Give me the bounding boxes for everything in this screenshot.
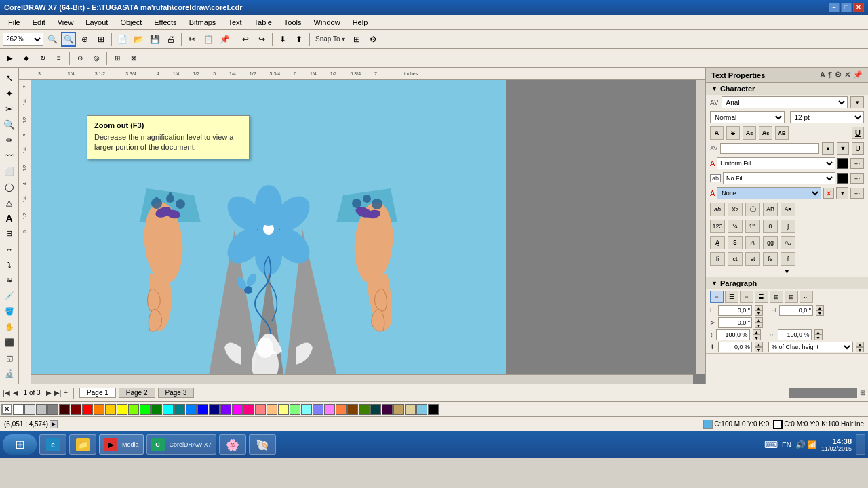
no-fill-color-chip[interactable] [837,173,848,184]
ellipse-tool[interactable]: ◯ [2,180,17,194]
export-button[interactable]: ⬆ [292,32,307,47]
char-expand-btn[interactable]: ▼ [707,268,867,275]
page-tab-1[interactable]: Page 1 [79,388,116,398]
align-justify-btn[interactable]: ≣ [755,291,768,303]
kern-underline[interactable]: U [852,142,864,155]
node-edit-button[interactable]: ◆ [19,51,34,66]
break-button[interactable]: ⊠ [126,51,141,66]
dimension-tool[interactable]: ↔ [2,242,17,256]
taskbar-explorer[interactable]: 📁 [69,434,96,455]
ungroup-button[interactable]: ◎ [89,51,104,66]
next-page-btn[interactable]: ▶ [46,389,52,396]
char-format-regular[interactable]: A [710,126,724,140]
tray-volume-icon[interactable]: 📶 [807,440,817,449]
line-spacing-up[interactable]: ▲ [753,329,761,335]
before-para-down[interactable]: ▼ [755,347,763,352]
initial2-btn[interactable]: S̱ [728,236,743,249]
color-lightred[interactable] [255,404,266,415]
tabular-btn[interactable]: 0 [763,220,778,233]
first-page-btn[interactable]: |◀ [3,389,10,396]
panel-close[interactable]: ✕ [844,70,850,79]
indent-first-input[interactable] [718,317,752,328]
color-blue[interactable] [197,404,208,415]
group-button[interactable]: ⊙ [73,51,87,66]
no-fill-dropdown[interactable]: No Fill [723,172,835,184]
char-spacing-up[interactable]: ▲ [814,329,823,335]
taskbar-keyboard[interactable]: ⌨ [764,439,778,450]
color-lime[interactable] [128,404,139,415]
kern-up[interactable]: ▲ [822,142,834,155]
redo-button[interactable]: ↪ [254,32,269,47]
menu-object[interactable]: Object [115,17,147,28]
taskbar-media[interactable]: ▶ Media [99,434,144,455]
color-olive[interactable] [359,404,370,415]
indent-left-down[interactable]: ▼ [755,310,763,316]
vertical-scrollbar[interactable] [696,80,705,374]
view-toggle-btn[interactable]: ⊞ [860,389,865,396]
color-hotpink[interactable] [243,404,254,415]
menu-edit[interactable]: Edit [27,17,51,28]
color-lightblue[interactable] [416,404,427,415]
color-darkred[interactable] [59,404,70,415]
fill-dropdown[interactable]: Uniform Fill [717,157,835,169]
color-coral[interactable] [336,404,347,415]
shape-tool[interactable]: ✦ [2,86,17,100]
char-height-down[interactable]: ▼ [856,347,864,352]
extra-btn[interactable]: Aᵤ [781,236,795,249]
char-format-subscript[interactable]: As [759,126,772,140]
color-teal[interactable] [174,404,185,415]
smart-drawing-tool[interactable]: 〰 [2,148,17,163]
info-btn[interactable]: ⓘ [745,203,760,216]
open-button[interactable]: 📂 [131,32,146,47]
freehand-tool[interactable]: ✏ [2,133,17,147]
align-left-btn[interactable]: ≡ [710,291,724,303]
menu-tools[interactable]: Tools [279,17,307,28]
color-navy[interactable] [209,404,220,415]
show-desktop-btn[interactable] [856,434,865,455]
none-dropdown[interactable]: None [717,187,821,199]
color-wheat[interactable] [405,404,416,415]
text-tool[interactable]: A [2,211,17,225]
align-no-btn[interactable]: ⊟ [785,291,798,303]
color-lavender[interactable] [313,404,323,415]
fi-btn[interactable]: fi [710,252,725,266]
transform-button[interactable]: ↻ [35,51,50,66]
fs-btn[interactable]: fs [763,252,778,266]
connector-tool[interactable]: ⤵ [2,258,17,272]
ct-btn[interactable]: ct [728,252,743,266]
align-force-btn[interactable]: ⊞ [770,291,783,303]
color-magenta[interactable] [232,404,243,415]
char-spacing-input[interactable] [778,329,812,340]
taskbar-other[interactable]: 🐚 [249,434,276,455]
color-peach[interactable] [267,404,277,415]
character-header[interactable]: ▼ Character [706,83,868,95]
taskbar-ie[interactable]: e [39,434,66,455]
smallcaps2-btn[interactable]: gg [763,236,778,249]
color-lightcyan[interactable] [301,404,312,415]
allcaps-btn[interactable]: AB [763,203,778,216]
indent-first-up[interactable]: ▲ [755,317,763,323]
polygon-tool[interactable]: △ [2,195,17,209]
paste-button[interactable]: 📌 [217,32,232,47]
combine-button[interactable]: ⊞ [110,51,125,66]
none-down-btn[interactable]: ▾ [836,187,848,199]
ordinal-btn[interactable]: 1ˢᵗ [745,220,760,233]
table-tool[interactable]: ⊞ [2,226,17,241]
indent-left-input[interactable] [718,305,752,316]
char-format-allcaps[interactable]: AB [775,126,789,140]
zoom-select[interactable]: 262% 100% 200% 400% [3,33,43,46]
color-silver[interactable] [36,404,47,415]
align-button[interactable]: ≡ [52,51,66,66]
more-char-btn[interactable]: f [781,252,795,266]
color-yellow[interactable] [117,404,127,415]
print-button[interactable]: 🖨 [163,32,178,47]
char-height-up[interactable]: ▲ [856,342,864,347]
panel-pin[interactable]: 📌 [853,70,863,79]
save-button[interactable]: 💾 [147,32,162,47]
minimize-button[interactable]: – [829,3,840,12]
panel-icon-1[interactable]: A [820,70,825,79]
none-x-btn[interactable]: ✕ [823,188,834,199]
zoom-out-button[interactable]: 🔍 [61,32,76,47]
numeric-btn[interactable]: 123 [710,220,725,233]
no-fill-more-btn[interactable]: ··· [850,173,864,184]
